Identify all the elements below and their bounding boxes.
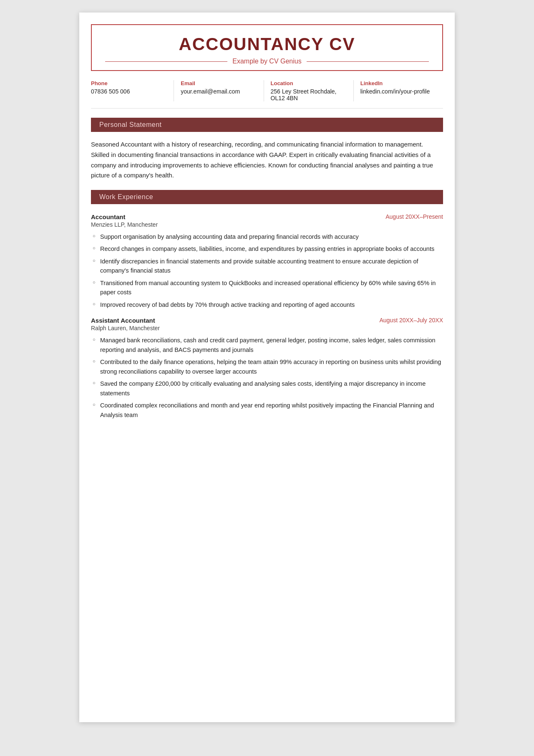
bullet-1-4: Improved recovery of bad debts by 70% th…	[91, 300, 443, 309]
cv-header: ACCOUNTANCY CV Example by CV Genius	[91, 24, 443, 71]
job-title-2: Assistant Accountant	[91, 317, 155, 324]
contact-email-label: Email	[181, 80, 257, 86]
job-dates-1: August 20XX–Present	[385, 213, 443, 220]
contact-linkedin-label: LinkedIn	[360, 80, 436, 86]
job-block-2: Assistant Accountant August 20XX–July 20…	[91, 317, 443, 420]
cv-page: ACCOUNTANCY CV Example by CV Genius Phon…	[79, 13, 455, 722]
cv-title: ACCOUNTANCY CV	[100, 34, 434, 54]
bullet-2-0: Managed bank reconciliations, cash and c…	[91, 336, 443, 354]
contact-email-value: your.email@email.com	[181, 88, 257, 95]
bullet-1-1: Record changes in company assets, liabil…	[91, 244, 443, 253]
job-title-1: Accountant	[91, 213, 126, 220]
job-dates-2: August 20XX–July 20XX	[379, 317, 443, 324]
personal-statement-body: Seasoned Accountant with a history of re…	[91, 139, 443, 181]
bullet-1-0: Support organisation by analysing accoun…	[91, 232, 443, 241]
bullet-2-1: Contributed to the daily finance operati…	[91, 357, 443, 376]
job-bullets-2: Managed bank reconciliations, cash and c…	[91, 336, 443, 420]
job-block-1: Accountant August 20XX–Present Menzies L…	[91, 213, 443, 309]
contact-location: Location 256 Ley Street Rochdale, OL12 4…	[271, 80, 354, 101]
job-company-1: Menzies LLP, Manchester	[91, 221, 443, 228]
bullet-1-2: Identify discrepancies in financial stat…	[91, 257, 443, 276]
subtitle-line-left	[105, 61, 227, 62]
bullet-2-3: Coordinated complex reconciliations and …	[91, 401, 443, 420]
contact-email: Email your.email@email.com	[181, 80, 264, 101]
job-bullets-1: Support organisation by analysing accoun…	[91, 232, 443, 309]
contact-location-value: 256 Ley Street Rochdale, OL12 4BN	[271, 88, 347, 101]
cv-contact: Phone 07836 505 006 Email your.email@ema…	[91, 80, 443, 109]
contact-phone: Phone 07836 505 006	[91, 80, 174, 101]
cv-subtitle: Example by CV Genius	[232, 58, 301, 65]
contact-location-label: Location	[271, 80, 347, 86]
contact-phone-label: Phone	[91, 80, 167, 86]
personal-statement-heading: Personal Statement	[91, 118, 443, 132]
job-company-2: Ralph Lauren, Manchester	[91, 325, 443, 331]
contact-linkedin: LinkedIn linkedin.com/in/your-profile	[360, 80, 443, 101]
job-header-1: Accountant August 20XX–Present	[91, 213, 443, 220]
job-header-2: Assistant Accountant August 20XX–July 20…	[91, 317, 443, 324]
cv-subtitle-row: Example by CV Genius	[100, 58, 434, 65]
subtitle-line-right	[307, 61, 429, 62]
work-experience-heading: Work Experience	[91, 190, 443, 204]
contact-linkedin-value: linkedin.com/in/your-profile	[360, 88, 436, 95]
bullet-2-2: Saved the company £200,000 by critically…	[91, 379, 443, 398]
contact-phone-value: 07836 505 006	[91, 88, 167, 95]
bullet-1-3: Transitioned from manual accounting syst…	[91, 278, 443, 297]
